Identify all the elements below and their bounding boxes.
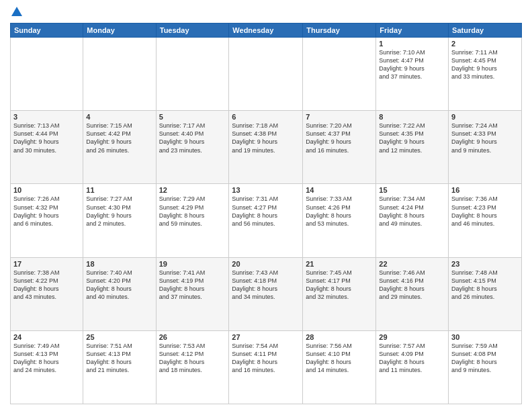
day-number: 26 xyxy=(159,333,226,341)
day-number: 25 xyxy=(86,333,152,341)
day-info: Sunrise: 7:20 AM Sunset: 4:37 PM Dayligh… xyxy=(306,122,373,154)
day-number: 7 xyxy=(306,113,373,121)
calendar-cell: 26Sunrise: 7:53 AM Sunset: 4:12 PM Dayli… xyxy=(156,330,229,404)
day-info: Sunrise: 7:27 AM Sunset: 4:30 PM Dayligh… xyxy=(86,195,152,228)
day-info: Sunrise: 7:29 AM Sunset: 4:29 PM Dayligh… xyxy=(159,195,226,228)
calendar-cell: 19Sunrise: 7:41 AM Sunset: 4:19 PM Dayli… xyxy=(156,257,229,330)
calendar-table: SundayMondayTuesdayWednesdayThursdayFrid… xyxy=(10,23,522,404)
calendar-cell: 7Sunrise: 7:20 AM Sunset: 4:37 PM Daylig… xyxy=(303,111,376,184)
day-info: Sunrise: 7:24 AM Sunset: 4:33 PM Dayligh… xyxy=(451,122,519,154)
calendar-cell: 5Sunrise: 7:17 AM Sunset: 4:40 PM Daylig… xyxy=(156,111,229,184)
calendar-cell: 17Sunrise: 7:38 AM Sunset: 4:22 PM Dayli… xyxy=(11,257,83,330)
calendar-cell: 30Sunrise: 7:59 AM Sunset: 4:08 PM Dayli… xyxy=(449,330,522,404)
calendar-header-saturday: Saturday xyxy=(449,24,522,38)
day-number: 3 xyxy=(13,113,80,121)
calendar-cell: 28Sunrise: 7:56 AM Sunset: 4:10 PM Dayli… xyxy=(303,330,376,404)
calendar-cell: 11Sunrise: 7:27 AM Sunset: 4:30 PM Dayli… xyxy=(83,184,156,257)
day-info: Sunrise: 7:57 AM Sunset: 4:09 PM Dayligh… xyxy=(379,342,445,375)
calendar-cell: 1Sunrise: 7:10 AM Sunset: 4:47 PM Daylig… xyxy=(376,38,449,111)
day-number: 4 xyxy=(86,113,152,121)
day-number: 21 xyxy=(306,260,373,268)
header xyxy=(10,7,522,17)
day-info: Sunrise: 7:43 AM Sunset: 4:18 PM Dayligh… xyxy=(232,269,300,302)
calendar-cell xyxy=(83,38,156,111)
calendar-header-monday: Monday xyxy=(83,24,156,38)
day-number: 6 xyxy=(232,113,300,121)
day-info: Sunrise: 7:48 AM Sunset: 4:15 PM Dayligh… xyxy=(451,269,519,302)
calendar-cell: 9Sunrise: 7:24 AM Sunset: 4:33 PM Daylig… xyxy=(449,111,522,184)
day-number: 1 xyxy=(379,40,445,48)
day-info: Sunrise: 7:17 AM Sunset: 4:40 PM Dayligh… xyxy=(159,122,226,154)
calendar-cell: 18Sunrise: 7:40 AM Sunset: 4:20 PM Dayli… xyxy=(83,257,156,330)
day-info: Sunrise: 7:40 AM Sunset: 4:20 PM Dayligh… xyxy=(86,269,152,302)
calendar-cell: 10Sunrise: 7:26 AM Sunset: 4:32 PM Dayli… xyxy=(11,184,83,257)
calendar-cell: 29Sunrise: 7:57 AM Sunset: 4:09 PM Dayli… xyxy=(376,330,449,404)
calendar-cell: 27Sunrise: 7:54 AM Sunset: 4:11 PM Dayli… xyxy=(229,330,303,404)
logo-triangle-icon xyxy=(11,7,22,16)
calendar-cell: 22Sunrise: 7:46 AM Sunset: 4:16 PM Dayli… xyxy=(376,257,449,330)
calendar-cell: 23Sunrise: 7:48 AM Sunset: 4:15 PM Dayli… xyxy=(449,257,522,330)
day-number: 10 xyxy=(13,186,80,194)
day-number: 29 xyxy=(379,333,445,341)
calendar-header-row: SundayMondayTuesdayWednesdayThursdayFrid… xyxy=(11,24,522,38)
day-number: 27 xyxy=(232,333,300,341)
day-number: 9 xyxy=(451,113,519,121)
calendar-cell: 3Sunrise: 7:13 AM Sunset: 4:44 PM Daylig… xyxy=(11,111,83,184)
day-number: 5 xyxy=(159,113,226,121)
day-info: Sunrise: 7:38 AM Sunset: 4:22 PM Dayligh… xyxy=(13,269,80,302)
calendar-week-2: 3Sunrise: 7:13 AM Sunset: 4:44 PM Daylig… xyxy=(11,111,522,184)
day-number: 13 xyxy=(232,186,300,194)
calendar-cell xyxy=(229,38,303,111)
day-info: Sunrise: 7:59 AM Sunset: 4:08 PM Dayligh… xyxy=(451,342,519,375)
day-info: Sunrise: 7:36 AM Sunset: 4:23 PM Dayligh… xyxy=(451,195,519,228)
calendar-header-sunday: Sunday xyxy=(11,24,83,38)
calendar-cell: 21Sunrise: 7:45 AM Sunset: 4:17 PM Dayli… xyxy=(303,257,376,330)
day-info: Sunrise: 7:56 AM Sunset: 4:10 PM Dayligh… xyxy=(306,342,373,375)
day-info: Sunrise: 7:22 AM Sunset: 4:35 PM Dayligh… xyxy=(379,122,445,154)
day-info: Sunrise: 7:51 AM Sunset: 4:13 PM Dayligh… xyxy=(86,342,152,375)
calendar-week-1: 1Sunrise: 7:10 AM Sunset: 4:47 PM Daylig… xyxy=(11,38,522,111)
day-number: 22 xyxy=(379,260,445,268)
calendar-header-friday: Friday xyxy=(376,24,449,38)
day-info: Sunrise: 7:33 AM Sunset: 4:26 PM Dayligh… xyxy=(306,195,373,228)
day-info: Sunrise: 7:26 AM Sunset: 4:32 PM Dayligh… xyxy=(13,195,80,228)
calendar-cell: 6Sunrise: 7:18 AM Sunset: 4:38 PM Daylig… xyxy=(229,111,303,184)
day-number: 2 xyxy=(451,40,519,48)
calendar-cell xyxy=(156,38,229,111)
calendar-cell: 13Sunrise: 7:31 AM Sunset: 4:27 PM Dayli… xyxy=(229,184,303,257)
calendar-cell: 14Sunrise: 7:33 AM Sunset: 4:26 PM Dayli… xyxy=(303,184,376,257)
day-number: 19 xyxy=(159,260,226,268)
day-info: Sunrise: 7:10 AM Sunset: 4:47 PM Dayligh… xyxy=(379,48,445,81)
calendar-header-tuesday: Tuesday xyxy=(156,24,229,38)
calendar-cell xyxy=(303,38,376,111)
calendar-week-5: 24Sunrise: 7:49 AM Sunset: 4:13 PM Dayli… xyxy=(11,330,522,404)
day-number: 28 xyxy=(306,333,373,341)
day-number: 17 xyxy=(13,260,80,268)
day-info: Sunrise: 7:41 AM Sunset: 4:19 PM Dayligh… xyxy=(159,269,226,302)
logo xyxy=(10,7,22,17)
day-info: Sunrise: 7:49 AM Sunset: 4:13 PM Dayligh… xyxy=(13,342,80,375)
calendar-cell: 24Sunrise: 7:49 AM Sunset: 4:13 PM Dayli… xyxy=(11,330,83,404)
day-number: 23 xyxy=(451,260,519,268)
calendar-cell: 4Sunrise: 7:15 AM Sunset: 4:42 PM Daylig… xyxy=(83,111,156,184)
day-info: Sunrise: 7:54 AM Sunset: 4:11 PM Dayligh… xyxy=(232,342,300,375)
day-info: Sunrise: 7:34 AM Sunset: 4:24 PM Dayligh… xyxy=(379,195,445,228)
day-number: 11 xyxy=(86,186,152,194)
page: SundayMondayTuesdayWednesdayThursdayFrid… xyxy=(0,0,532,411)
day-info: Sunrise: 7:31 AM Sunset: 4:27 PM Dayligh… xyxy=(232,195,300,228)
calendar-cell: 2Sunrise: 7:11 AM Sunset: 4:45 PM Daylig… xyxy=(449,38,522,111)
calendar-week-4: 17Sunrise: 7:38 AM Sunset: 4:22 PM Dayli… xyxy=(11,257,522,330)
calendar-header-thursday: Thursday xyxy=(303,24,376,38)
calendar-cell: 25Sunrise: 7:51 AM Sunset: 4:13 PM Dayli… xyxy=(83,330,156,404)
calendar-cell: 12Sunrise: 7:29 AM Sunset: 4:29 PM Dayli… xyxy=(156,184,229,257)
day-info: Sunrise: 7:46 AM Sunset: 4:16 PM Dayligh… xyxy=(379,269,445,302)
calendar-cell: 8Sunrise: 7:22 AM Sunset: 4:35 PM Daylig… xyxy=(376,111,449,184)
calendar-cell: 16Sunrise: 7:36 AM Sunset: 4:23 PM Dayli… xyxy=(449,184,522,257)
calendar-cell: 15Sunrise: 7:34 AM Sunset: 4:24 PM Dayli… xyxy=(376,184,449,257)
day-info: Sunrise: 7:18 AM Sunset: 4:38 PM Dayligh… xyxy=(232,122,300,154)
day-number: 18 xyxy=(86,260,152,268)
day-number: 24 xyxy=(13,333,80,341)
calendar-cell: 20Sunrise: 7:43 AM Sunset: 4:18 PM Dayli… xyxy=(229,257,303,330)
day-info: Sunrise: 7:15 AM Sunset: 4:42 PM Dayligh… xyxy=(86,122,152,154)
day-number: 12 xyxy=(159,186,226,194)
